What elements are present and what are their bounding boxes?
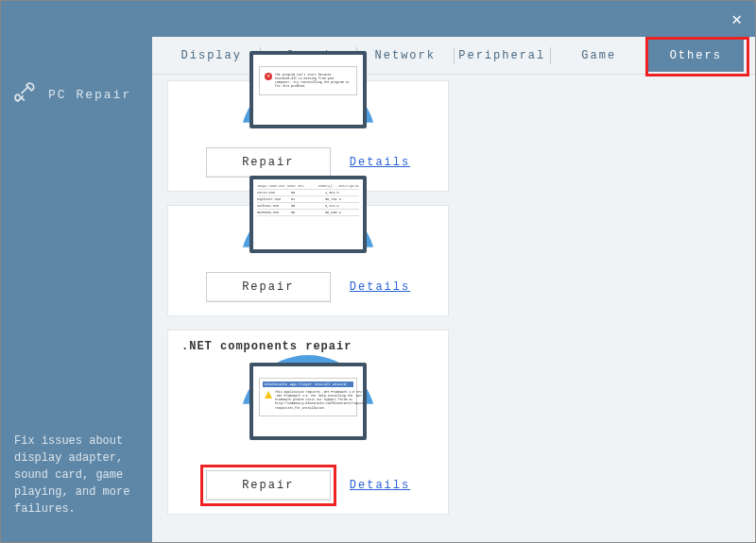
tab-display[interactable]: Display xyxy=(163,40,260,72)
repair-card: Image Name User Name CPU Memory(... Desc… xyxy=(167,205,449,316)
sidebar-description: Fix issues about display adapter, sound … xyxy=(14,433,139,518)
sidebar: PC Repair Fix issues about display adapt… xyxy=(1,37,152,542)
tab-game[interactable]: Game xyxy=(551,40,647,72)
highlight-box-repair: Repair xyxy=(206,470,331,501)
card-title: .NET components repair xyxy=(181,340,435,353)
details-link[interactable]: Details xyxy=(350,479,410,492)
repair-button[interactable]: Repair xyxy=(206,147,331,178)
tab-peripheral[interactable]: Peripheral xyxy=(455,40,551,72)
repair-card-net: .NET components repair BlueStacks App Pl… xyxy=(167,330,449,515)
details-link[interactable]: Details xyxy=(350,280,410,294)
wrench-screwdriver-icon xyxy=(14,80,39,109)
warning-icon xyxy=(265,391,272,399)
content-area: Display Sound Network Peripheral Game Ot… xyxy=(152,37,755,542)
tab-others[interactable]: Others xyxy=(648,40,745,72)
close-icon[interactable]: ✕ xyxy=(731,8,742,29)
main-layout: PC Repair Fix issues about display adapt… xyxy=(1,37,755,542)
tabs-bar: Display Sound Network Peripheral Game Ot… xyxy=(152,37,755,75)
card-thumbnail: BlueStacks App Player Install Wizard Thi… xyxy=(181,363,435,457)
card-thumbnail: Image Name User Name CPU Memory(... Desc… xyxy=(181,206,435,259)
dialog-text: This application requires .NET Framework… xyxy=(275,390,367,410)
repair-button[interactable]: Repair xyxy=(206,272,331,302)
sidebar-brand: PC Repair xyxy=(14,80,139,109)
repair-button[interactable]: Repair xyxy=(206,470,331,501)
sidebar-title: PC Repair xyxy=(48,88,131,102)
card-thumbnail: ✕ The program can't start because MSVCR1… xyxy=(181,81,435,134)
dialog-text: The program can't start because MSVCR100… xyxy=(275,73,352,89)
details-link[interactable]: Details xyxy=(350,156,410,169)
error-icon: ✕ xyxy=(265,73,272,80)
titlebar: ✕ xyxy=(1,1,755,37)
cards-grid: ✕ The program can't start because MSVCR1… xyxy=(167,75,740,515)
tab-network[interactable]: Network xyxy=(357,40,454,72)
